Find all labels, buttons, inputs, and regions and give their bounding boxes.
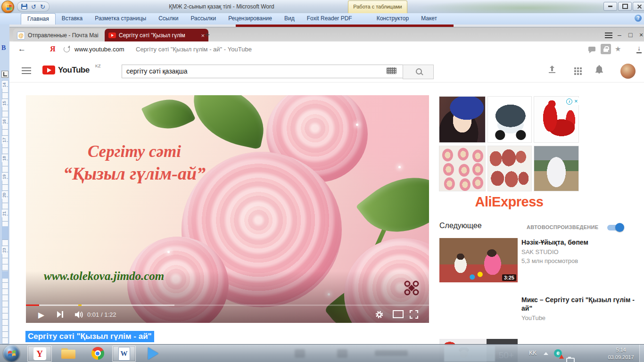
bookmark-star-icon[interactable]: ★ — [615, 45, 621, 53]
tab-close-icon[interactable]: × — [201, 32, 205, 39]
show-desktop-button[interactable] — [639, 345, 644, 362]
start-button[interactable] — [3, 345, 20, 362]
save-icon[interactable] — [21, 4, 27, 9]
browser-menu-icon[interactable] — [605, 33, 612, 33]
youtube-tab-title: Сергіту сәті "Қызыл гүлім — [119, 32, 198, 39]
taskbar-media-player[interactable] — [141, 346, 165, 361]
word-tab-design[interactable]: Конструктор — [371, 13, 415, 25]
ad-close-icon[interactable]: × — [574, 98, 578, 105]
word-context-group-label: Работа с таблицами — [348, 0, 407, 13]
youtube-logo-icon[interactable] — [42, 66, 55, 74]
browser-minimize-button[interactable]: – — [618, 31, 621, 39]
video-player[interactable]: Сергіту сәті “Қызыл гүлім-ай” www.toleko… — [26, 95, 429, 323]
account-avatar[interactable] — [620, 64, 636, 79]
ad-thumbnail[interactable] — [439, 146, 485, 191]
browser-maximize-button[interactable]: □ — [628, 31, 632, 39]
word-tab-layout[interactable]: Макет — [415, 13, 443, 25]
taskbar-chrome[interactable] — [87, 346, 108, 361]
word-tab-home[interactable]: Главная — [21, 13, 56, 25]
office-button[interactable] — [1, 0, 14, 13]
notifications-bell-icon[interactable] — [595, 65, 603, 74]
reload-icon[interactable] — [64, 46, 70, 52]
desktop-screen: ↺ ↻ ҚМЖ 2-сынып қазақ тілі - Microsoft W… — [0, 0, 644, 362]
word-restore-button[interactable] — [618, 2, 632, 11]
word-doc-edge-letter: В — [1, 44, 6, 52]
settings-gear-icon[interactable] — [375, 310, 384, 319]
youtube-menu-icon[interactable] — [22, 67, 31, 68]
word-tab-review[interactable]: Рецензирование — [222, 13, 278, 25]
language-indicator[interactable]: KK — [529, 350, 537, 356]
quick-access-toolbar: ↺ ↻ — [17, 1, 50, 12]
progress-buffered — [26, 304, 174, 306]
suggestion-thumbnail[interactable]: 3:25 — [439, 238, 518, 282]
redo-icon[interactable]: ↻ — [40, 4, 45, 10]
browser-tab-mail[interactable]: @ Отправленные - Почта Mai — [13, 29, 111, 42]
upload-icon[interactable] — [548, 66, 556, 74]
clipboard-tray-icon[interactable] — [566, 358, 575, 362]
back-button[interactable]: ← — [18, 44, 26, 54]
eset-tray-icon[interactable]: e — [554, 349, 562, 357]
fullscreen-icon[interactable] — [410, 310, 418, 319]
ruler-tab-selector[interactable] — [1, 71, 8, 78]
keyboard-icon[interactable] — [387, 67, 396, 74]
word-minimize-button[interactable] — [603, 2, 617, 11]
browser-tab-youtube-active[interactable]: Сергіту сәті "Қызыл гүлім × — [105, 29, 208, 42]
protect-lock-icon[interactable] — [601, 44, 611, 54]
ad-thumbnail[interactable] — [439, 97, 485, 142]
word-window-title: ҚМЖ 2-сынып қазақ тілі - Microsoft Word — [123, 3, 321, 10]
tray-expand-icon[interactable] — [544, 352, 548, 355]
new-tab-button[interactable]: + — [205, 30, 210, 40]
yandex-logo-icon[interactable]: Я — [50, 45, 56, 53]
word-tab-references[interactable]: Ссылки — [152, 13, 184, 25]
suggestion-channel: YouTube — [521, 314, 641, 321]
word-tab-page-layout[interactable]: Разметка страницы — [89, 13, 152, 25]
youtube-logo-text[interactable]: YouTube — [58, 66, 90, 75]
word-tab-mailings[interactable]: Рассылки — [184, 13, 222, 25]
comments-icon[interactable] — [588, 47, 595, 51]
browser-close-button[interactable]: × — [639, 31, 643, 39]
taskbar-explorer[interactable] — [58, 346, 79, 361]
volume-icon[interactable] — [75, 311, 84, 318]
downloads-icon[interactable]: ↓ — [636, 44, 642, 53]
word-tab-insert[interactable]: Вставка — [56, 13, 89, 25]
video-overlay-title: Сергіту сәті “Қызыл гүлім-ай” — [26, 142, 243, 184]
ad-thumbnail[interactable] — [534, 146, 578, 191]
word-tab-foxit[interactable]: Foxit Reader PDF — [301, 13, 358, 25]
leaf-art — [356, 157, 429, 253]
word-vertical-ruler: В 14 15 16 17 18 19 20 21 22 23 — [0, 25, 9, 344]
word-close-button[interactable] — [633, 2, 644, 11]
autoplay-toggle[interactable] — [607, 225, 623, 230]
word-tab-view[interactable]: Вид — [278, 13, 301, 25]
progress-played — [26, 304, 39, 306]
ad-thumbnail[interactable] — [488, 97, 531, 142]
play-button[interactable]: ▶ — [38, 310, 44, 320]
video-page-title-selected: Сергіту сәті "Қызыл гүлім - ай" — [25, 331, 154, 342]
undo-icon[interactable]: ↺ — [31, 4, 36, 10]
clock[interactable]: 5:14 03.09.2017 — [605, 346, 636, 361]
clock-time: 5:14 — [605, 346, 636, 354]
address-bar[interactable]: ← Я www.youtube.com Сергіту сәті "Қызыл … — [9, 41, 644, 58]
next-button[interactable] — [57, 311, 64, 318]
suggestion-views: 5,3 млн просмотров — [521, 257, 641, 264]
suggestion-title[interactable]: Нәзік-Ұйықта, бөпем — [521, 238, 641, 247]
word-help-icon[interactable]: ? — [635, 15, 642, 22]
ad-info-icon[interactable]: i — [566, 99, 572, 105]
suggestion-meta: Микс – Сергіту сәті "Қызыл гүлім - ай" Y… — [521, 296, 641, 321]
apps-grid-icon[interactable] — [574, 67, 576, 69]
suggestion-title[interactable]: Микс – Сергіту сәті "Қызыл гүлім - ай" — [521, 296, 641, 313]
ruler-mark: 21 — [2, 210, 7, 217]
autoplay-label: АВТОВОСПРОИЗВЕДЕНИЕ — [527, 224, 598, 230]
search-input[interactable]: сергіту сәті қазақша — [122, 65, 408, 78]
ad-choices-chip: i × — [565, 98, 579, 105]
leaf-art — [186, 95, 271, 149]
taskbar-word[interactable]: W — [112, 346, 136, 362]
ruler-mark: 14 — [2, 81, 7, 89]
folder-icon — [61, 348, 75, 359]
ad-thumbnail[interactable] — [488, 146, 531, 191]
taskbar-yandex-browser[interactable]: Y — [27, 346, 52, 362]
duration-badge: 3:25 — [502, 274, 516, 281]
miniplayer-icon[interactable] — [393, 310, 404, 318]
aliexpress-logo[interactable]: AliExpress — [439, 194, 579, 210]
next-up-heading: Следующее — [439, 222, 482, 230]
leaf-art — [141, 95, 196, 139]
